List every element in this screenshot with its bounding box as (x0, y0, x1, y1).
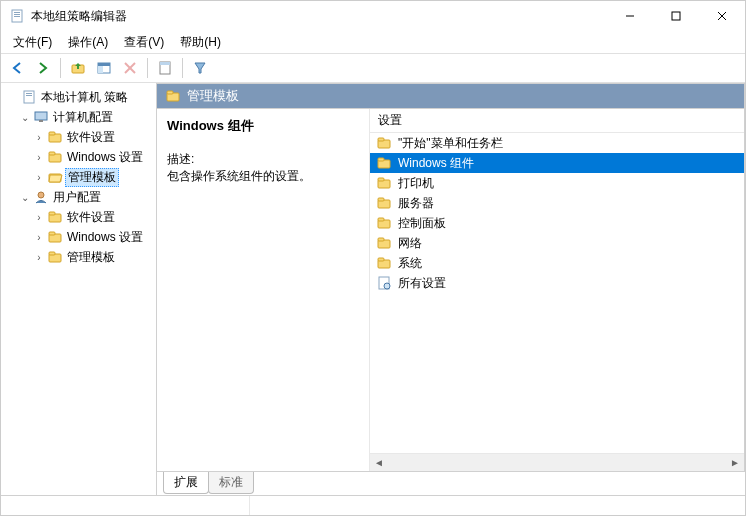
list-item[interactable]: "开始"菜单和任务栏 (370, 133, 744, 153)
window-title: 本地组策略编辑器 (31, 8, 607, 25)
close-button[interactable] (699, 1, 745, 31)
tree-label: 本地计算机 策略 (39, 89, 130, 106)
list-item[interactable]: 网络 (370, 233, 744, 253)
tab-extended[interactable]: 扩展 (163, 472, 209, 494)
list-item-label: Windows 组件 (398, 155, 474, 172)
settings-list: 设置 "开始"菜单和任务栏Windows 组件打印机服务器控制面板网络系统所有设… (369, 109, 744, 471)
tree-item[interactable]: › Windows 设置 (3, 147, 154, 167)
pane-header-title: 管理模板 (187, 87, 239, 105)
svg-rect-24 (49, 152, 55, 155)
tree-label: 软件设置 (65, 129, 117, 146)
folder-open-icon (47, 169, 63, 185)
tree-computer-config[interactable]: ⌄ 计算机配置 (3, 107, 154, 127)
menu-view[interactable]: 查看(V) (116, 32, 172, 53)
toolbar (1, 53, 745, 83)
tree-item[interactable]: › 管理模板 (3, 247, 154, 267)
folder-icon (376, 215, 392, 231)
minimize-button[interactable] (607, 1, 653, 31)
tree-label: 用户配置 (51, 189, 103, 206)
svg-rect-1 (14, 12, 20, 13)
chevron-right-icon[interactable]: › (33, 252, 45, 263)
back-button[interactable] (5, 56, 29, 80)
view-tabs: 扩展 标准 (157, 471, 745, 495)
tree-label: 管理模板 (65, 249, 117, 266)
folder-icon (47, 249, 63, 265)
chevron-right-icon[interactable]: › (33, 172, 45, 183)
svg-rect-15 (160, 62, 170, 65)
scroll-right-icon[interactable]: ► (726, 457, 744, 468)
policy-icon (21, 89, 37, 105)
description-column: Windows 组件 描述: 包含操作系统组件的设置。 (157, 109, 369, 471)
computer-icon (33, 109, 49, 125)
list-item-label: 网络 (398, 235, 422, 252)
tree-item[interactable]: › 软件设置 (3, 207, 154, 227)
maximize-button[interactable] (653, 1, 699, 31)
selection-heading: Windows 组件 (167, 117, 359, 135)
tree-item[interactable]: › 软件设置 (3, 127, 154, 147)
list-item[interactable]: 打印机 (370, 173, 744, 193)
list-item[interactable]: Windows 组件 (370, 153, 744, 173)
svg-point-50 (384, 283, 390, 289)
menu-file[interactable]: 文件(F) (5, 32, 60, 53)
filter-button[interactable] (188, 56, 212, 80)
svg-rect-48 (378, 258, 384, 261)
tree-item-admin-templates[interactable]: › 管理模板 (3, 167, 154, 187)
tree-label: Windows 设置 (65, 229, 145, 246)
toolbar-separator (60, 58, 61, 78)
svg-rect-18 (26, 95, 32, 96)
list-item-label: 打印机 (398, 175, 434, 192)
tree-item[interactable]: › Windows 设置 (3, 227, 154, 247)
user-icon (33, 189, 49, 205)
tree-label: Windows 设置 (65, 149, 145, 166)
list-column-header[interactable]: 设置 (370, 109, 744, 133)
tree-root[interactable]: 本地计算机 策略 (3, 87, 154, 107)
svg-rect-44 (378, 218, 384, 221)
navigation-tree[interactable]: 本地计算机 策略 ⌄ 计算机配置 › 软件设置 › Windows 设置 › 管… (1, 83, 157, 495)
svg-rect-30 (49, 232, 55, 235)
list-item[interactable]: 服务器 (370, 193, 744, 213)
status-bar (1, 495, 745, 515)
toolbar-separator (147, 58, 148, 78)
svg-rect-34 (167, 91, 173, 94)
folder-icon (376, 175, 392, 191)
tree-label: 计算机配置 (51, 109, 115, 126)
folder-icon (376, 135, 392, 151)
status-cell (1, 496, 250, 515)
chevron-down-icon[interactable]: ⌄ (19, 192, 31, 203)
main-area: 本地计算机 策略 ⌄ 计算机配置 › 软件设置 › Windows 设置 › 管… (1, 83, 745, 495)
settings-icon (376, 275, 392, 291)
svg-rect-36 (378, 138, 384, 141)
properties-button[interactable] (153, 56, 177, 80)
list-item[interactable]: 系统 (370, 253, 744, 273)
svg-rect-19 (35, 112, 47, 120)
list-item-label: 系统 (398, 255, 422, 272)
list-item[interactable]: 控制面板 (370, 213, 744, 233)
chevron-right-icon[interactable]: › (33, 132, 45, 143)
menu-bar: 文件(F) 操作(A) 查看(V) 帮助(H) (1, 31, 745, 53)
show-hide-tree-button[interactable] (92, 56, 116, 80)
scroll-left-icon[interactable]: ◄ (370, 457, 388, 468)
folder-icon (376, 155, 392, 171)
tree-user-config[interactable]: ⌄ 用户配置 (3, 187, 154, 207)
svg-rect-16 (24, 91, 34, 103)
svg-rect-22 (49, 132, 55, 135)
chevron-right-icon[interactable]: › (33, 212, 45, 223)
horizontal-scrollbar[interactable]: ◄ ► (370, 453, 744, 471)
list-item[interactable]: 所有设置 (370, 273, 744, 293)
list-body[interactable]: "开始"菜单和任务栏Windows 组件打印机服务器控制面板网络系统所有设置 (370, 133, 744, 453)
tree-label: 软件设置 (65, 209, 117, 226)
tab-standard[interactable]: 标准 (208, 472, 254, 494)
list-item-label: 所有设置 (398, 275, 446, 292)
pane-body: Windows 组件 描述: 包含操作系统组件的设置。 设置 "开始"菜单和任务… (157, 109, 745, 471)
up-button[interactable] (66, 56, 90, 80)
chevron-right-icon[interactable]: › (33, 232, 45, 243)
chevron-down-icon[interactable]: ⌄ (19, 112, 31, 123)
svg-rect-46 (378, 238, 384, 241)
forward-button[interactable] (31, 56, 55, 80)
chevron-right-icon[interactable]: › (33, 152, 45, 163)
window-controls (607, 1, 745, 31)
svg-rect-28 (49, 212, 55, 215)
folder-icon (165, 88, 181, 104)
menu-help[interactable]: 帮助(H) (172, 32, 229, 53)
menu-action[interactable]: 操作(A) (60, 32, 116, 53)
